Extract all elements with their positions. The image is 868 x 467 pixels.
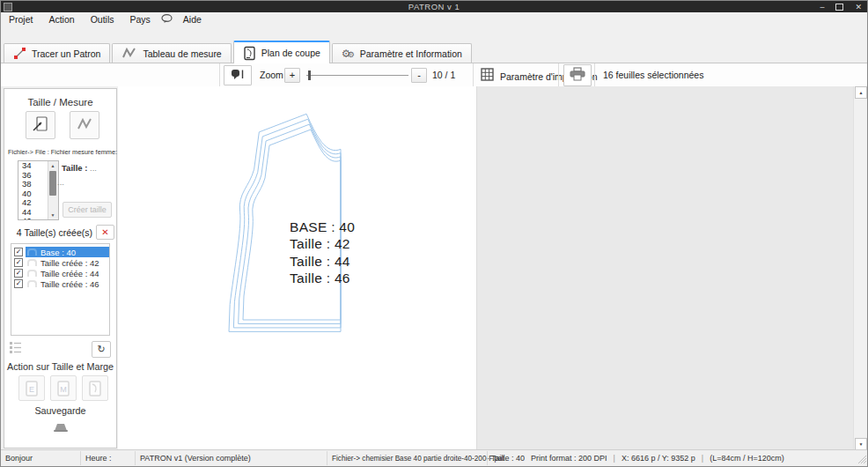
save-icon[interactable] bbox=[51, 421, 70, 434]
menu-pays[interactable]: Pays bbox=[121, 12, 158, 26]
title-bar: PATRON v 1 – ✕ bbox=[1, 1, 867, 12]
zoom-label: Zoom bbox=[260, 70, 283, 80]
size-option[interactable]: 46 bbox=[18, 217, 48, 220]
print-button[interactable] bbox=[563, 64, 592, 86]
created-sizes-list: ✓ Base : 40 ✓ Taille créée : 42 ✓ Taille… bbox=[11, 243, 110, 336]
status-coordinates: X: 6616 p / Y: 9352 p bbox=[622, 454, 695, 463]
size-measure-panel: Taille / Mesure Fichier-> File : Fichier… bbox=[4, 88, 117, 448]
list-details-icon bbox=[10, 345, 23, 355]
svg-text:M: M bbox=[60, 384, 67, 393]
base-size-label: BASE : 40 bbox=[290, 219, 355, 235]
main-area: Taille / Mesure Fichier-> File : Fichier… bbox=[1, 86, 867, 450]
created-size-label: Taille créée : 44 bbox=[40, 269, 99, 278]
panel-title: Taille / Mesure bbox=[4, 97, 116, 107]
created-size-row[interactable]: ✓ Taille créée : 42 bbox=[11, 257, 109, 268]
zoom-value: 10 / 1 bbox=[432, 70, 455, 80]
size-option[interactable]: 38 bbox=[18, 180, 48, 189]
scroll-down-icon[interactable]: ▼ bbox=[855, 438, 867, 450]
tab-parametre-et-information[interactable]: ⚙⚙ Paramètre et Information bbox=[332, 43, 472, 63]
created-size-row[interactable]: ✓ Taille créée : 44 bbox=[11, 268, 109, 278]
pattern-canvas[interactable]: BASE : 40 Taille : 42 Taille : 44 Taille… bbox=[118, 86, 476, 450]
zigzag-measure-icon bbox=[77, 118, 93, 132]
measure-curve-button[interactable] bbox=[70, 111, 99, 139]
sheets-selected-label: 16 feuilles sélectionnées bbox=[603, 70, 703, 80]
load-measure-file-button[interactable] bbox=[26, 111, 55, 139]
checkbox-checked[interactable]: ✓ bbox=[14, 258, 23, 267]
piece-icon bbox=[27, 259, 37, 266]
draw-line-icon bbox=[13, 47, 26, 60]
menu-action[interactable]: Action bbox=[40, 12, 82, 26]
restore-button[interactable] bbox=[835, 4, 843, 11]
zoom-toolbar: Zoom + - 10 / 1 Paramètre d'impression 1… bbox=[1, 63, 867, 87]
status-details: Taille : 40 Print format : 200 DPI | X: … bbox=[491, 454, 784, 463]
tab-tracer-un-patron[interactable]: Tracer un Patron bbox=[4, 43, 110, 63]
tab-label: Plan de coupe bbox=[261, 48, 320, 58]
tab-bar: Tracer un Patron Tableau de mesure Plan … bbox=[1, 41, 867, 63]
size-option[interactable]: 34 bbox=[18, 161, 48, 171]
toolbar-strip bbox=[1, 26, 867, 41]
status-time-label: Heure : bbox=[85, 454, 112, 463]
status-size: Taille : 40 bbox=[491, 454, 525, 463]
tab-label: Paramètre et Information bbox=[360, 48, 462, 59]
created-size-row[interactable]: ✓ Taille créée : 46 bbox=[11, 278, 109, 289]
printer-icon bbox=[569, 67, 586, 85]
scroll-up-icon[interactable]: ▲ bbox=[855, 86, 867, 99]
menu-projet[interactable]: Projet bbox=[1, 12, 40, 26]
created-sizes-title: 4 Taille(s) créée(s) bbox=[4, 227, 92, 238]
action-export-button[interactable]: E bbox=[18, 375, 45, 401]
checkbox-checked[interactable]: ✓ bbox=[14, 248, 23, 256]
zoom-slider[interactable] bbox=[306, 75, 408, 76]
piece-icon bbox=[27, 248, 37, 256]
zoom-in-button[interactable]: + bbox=[284, 68, 300, 83]
close-button[interactable]: ✕ bbox=[855, 3, 862, 11]
created-size-label: Taille créée : 46 bbox=[40, 279, 99, 289]
zoom-slider-handle[interactable] bbox=[308, 70, 311, 80]
menu-bar: Projet Action Outils Pays Aide bbox=[1, 12, 867, 26]
size-label: Taille : 46 bbox=[290, 270, 355, 286]
size-labels: BASE : 40 Taille : 42 Taille : 44 Taille… bbox=[290, 219, 355, 286]
checkbox-checked[interactable]: ✓ bbox=[14, 279, 23, 288]
size-label: Taille : 42 bbox=[290, 235, 355, 252]
taille-dots: ... bbox=[57, 177, 64, 187]
status-dimensions: (L=84cm / H=120cm) bbox=[710, 454, 784, 463]
grid-icon bbox=[481, 68, 494, 85]
save-title: Sauvegarde bbox=[4, 405, 116, 416]
action-title: Action sur Taille et Marge bbox=[4, 361, 116, 372]
zoom-out-button[interactable]: - bbox=[411, 68, 427, 83]
size-list-scrollbar[interactable]: ▲ ▼ bbox=[48, 161, 58, 219]
scroll-up-icon[interactable]: ▲ bbox=[48, 161, 57, 170]
resize-grip-icon[interactable] bbox=[856, 453, 866, 465]
tab-plan-de-coupe[interactable]: Plan de coupe bbox=[233, 41, 330, 63]
menu-aide[interactable]: Aide bbox=[175, 12, 210, 26]
menu-outils[interactable]: Outils bbox=[83, 12, 122, 26]
checkbox-checked[interactable]: ✓ bbox=[14, 269, 23, 278]
gears-icon: ⚙⚙ bbox=[342, 48, 355, 59]
action-pattern-button[interactable] bbox=[82, 375, 108, 401]
size-option[interactable]: 42 bbox=[18, 198, 48, 208]
create-size-button[interactable]: Créer taille bbox=[63, 202, 112, 218]
person-cursor-icon bbox=[231, 68, 246, 84]
app-window: PATRON v 1 – ✕ Projet Action Outils Pays… bbox=[0, 0, 868, 467]
speech-bubble-icon bbox=[158, 14, 175, 24]
tab-tableau-de-mesure[interactable]: Tableau de mesure bbox=[112, 43, 231, 63]
measure-file-label: Fichier-> File : Fichier mesure femme: bbox=[8, 148, 117, 156]
delete-size-button[interactable]: ✕ bbox=[96, 225, 114, 240]
tab-label: Tracer un Patron bbox=[32, 48, 100, 59]
status-print-format: Print format : 200 DPI bbox=[531, 454, 607, 463]
cut-plan-icon bbox=[243, 46, 256, 61]
status-version: PATRON v1 (Version complète) bbox=[140, 454, 251, 463]
refresh-button[interactable]: ↻ bbox=[92, 341, 111, 358]
created-size-row[interactable]: ✓ Base : 40 bbox=[11, 247, 109, 257]
pointer-mode-button[interactable] bbox=[224, 65, 252, 85]
scroll-down-icon[interactable]: ▼ bbox=[48, 211, 57, 219]
minimize-button[interactable]: – bbox=[820, 3, 824, 11]
action-margin-button[interactable]: M bbox=[50, 375, 77, 401]
window-title: PATRON v 1 bbox=[1, 2, 867, 11]
svg-text:E: E bbox=[29, 384, 34, 393]
file-arrow-icon bbox=[32, 115, 49, 135]
zigzag-measure-icon bbox=[121, 48, 137, 59]
vertical-scrollbar[interactable]: ▲ ▼ bbox=[853, 86, 867, 450]
created-size-label: Base : 40 bbox=[40, 248, 76, 257]
taille-value: ... bbox=[90, 163, 97, 173]
scroll-thumb[interactable] bbox=[49, 171, 56, 196]
